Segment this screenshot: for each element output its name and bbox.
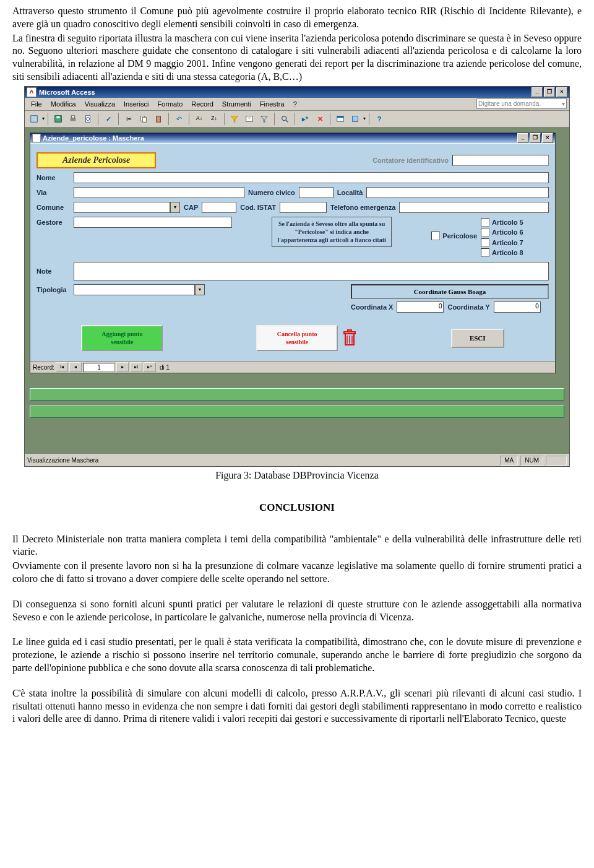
svg-line-16	[286, 120, 288, 123]
istat-field[interactable]	[280, 202, 327, 213]
seveso-note: Se l'azienda è Seveso oltre alla spunta …	[272, 217, 392, 247]
tel-field[interactable]	[399, 202, 549, 213]
preview-button[interactable]	[81, 112, 95, 126]
menu-help[interactable]: ?	[290, 98, 301, 110]
spell-button[interactable]: ✓	[101, 112, 115, 126]
coordx-field[interactable]: 0	[397, 302, 444, 313]
svg-marker-11	[231, 116, 238, 122]
art6-checkbox[interactable]	[481, 228, 489, 237]
apply-filter-button[interactable]	[257, 112, 271, 126]
art8-label: Articolo 8	[492, 248, 523, 257]
conclusion-p1: Il Decreto Ministeriale non tratta manie…	[12, 533, 582, 559]
conclusion-p3: Di conseguenza si sono forniti alcuni sp…	[12, 598, 582, 624]
delete-point-button[interactable]: Cancella punto sensibile	[256, 325, 338, 351]
intro-paragraph-1: Attraverso questo strumento il Comune pu…	[12, 5, 582, 31]
bg-panel-1	[30, 388, 564, 401]
pericolose-checkbox[interactable]	[431, 232, 440, 240]
delete-record-button[interactable]: ✕	[313, 112, 327, 126]
filter-form-button[interactable]	[243, 112, 256, 126]
new-object-button[interactable]	[348, 112, 362, 126]
gestore-field[interactable]	[74, 217, 232, 228]
tipologia-dropdown[interactable]: ▾	[74, 284, 205, 295]
via-field[interactable]	[74, 187, 244, 198]
localita-label: Località	[337, 188, 363, 197]
conclusion-p5: C'è stata inoltre la possibilità di simu…	[12, 687, 582, 726]
svg-point-15	[282, 116, 286, 120]
mdi-area: Aziende_pericolose : Maschera _ ❐ × Azie…	[25, 128, 569, 454]
art7-checkbox[interactable]	[481, 238, 489, 247]
record-position[interactable]: 1	[83, 363, 115, 372]
nome-field[interactable]	[74, 172, 549, 183]
comune-dropdown[interactable]: ▾	[74, 202, 180, 213]
paste-button[interactable]	[152, 112, 165, 126]
trash-icon	[342, 329, 358, 347]
conclusion-p2: Ovviamente con il presente lavoro non si…	[12, 560, 582, 586]
find-button[interactable]	[278, 112, 291, 126]
localita-field[interactable]	[366, 187, 549, 198]
art8-checkbox[interactable]	[481, 248, 489, 257]
form-close-button[interactable]: ×	[542, 133, 553, 143]
svg-marker-14	[261, 116, 268, 122]
menu-modifica[interactable]: Modifica	[47, 98, 80, 110]
art5-checkbox[interactable]	[481, 218, 489, 227]
contatore-label: Contatore identificativo	[372, 156, 449, 165]
menu-inserisci[interactable]: Inserisci	[120, 98, 152, 110]
bg-panel-2	[30, 406, 564, 418]
svg-rect-2	[56, 116, 59, 118]
access-appicon: A	[27, 87, 37, 97]
add-point-button[interactable]: Aggiungi punto sensibile	[81, 325, 163, 351]
form-window-icon	[32, 134, 41, 142]
ask-question-box[interactable]: Digitare una domanda. ▾	[476, 98, 567, 109]
gauss-panel: Coordinate Gauss Boaga	[351, 284, 549, 299]
menu-strumenti[interactable]: Strumenti	[218, 98, 255, 110]
undo-button[interactable]: ↶	[172, 112, 186, 126]
conclusion-heading: CONCLUSIONI	[12, 501, 582, 514]
form-minimize-button[interactable]: _	[517, 133, 528, 143]
record-last-button[interactable]: ▸I	[130, 362, 142, 372]
menu-record[interactable]: Record	[187, 98, 217, 110]
main-title: Microsoft Access	[39, 88, 529, 97]
menu-visualizza[interactable]: Visualizza	[81, 98, 119, 110]
filter-selection-button[interactable]	[228, 112, 241, 126]
record-of-label: di 1	[160, 363, 170, 371]
menu-finestra[interactable]: Finestra	[256, 98, 288, 110]
record-first-button[interactable]: I◂	[56, 362, 68, 372]
status-empty	[546, 456, 567, 466]
save-button[interactable]	[51, 112, 65, 126]
restore-button[interactable]: ❐	[544, 87, 555, 97]
menu-file[interactable]: File	[27, 98, 46, 110]
record-new-button[interactable]: ▸*	[144, 362, 156, 372]
form-title-text: Aziende_pericolose : Maschera	[43, 134, 144, 142]
svg-rect-10	[157, 116, 160, 118]
note-field[interactable]	[74, 262, 549, 280]
sort-asc-button[interactable]: A↓	[192, 112, 206, 126]
coordy-field[interactable]: 0	[494, 302, 541, 313]
art6-label: Articolo 6	[492, 228, 523, 237]
numciv-field[interactable]	[299, 187, 334, 198]
svg-rect-18	[337, 116, 344, 118]
record-prev-button[interactable]: ◂	[69, 362, 82, 372]
nome-label: Nome	[37, 173, 70, 182]
close-button[interactable]: ×	[556, 87, 567, 97]
tipologia-label: Tipologia	[37, 285, 70, 294]
view-button[interactable]	[27, 112, 41, 126]
pericolose-label: Pericolose	[442, 232, 477, 240]
istat-label: Cod. ISTAT	[240, 203, 276, 212]
cut-button[interactable]: ✂	[122, 112, 136, 126]
form-restore-button[interactable]: ❐	[530, 133, 541, 143]
help-button[interactable]: ?	[372, 112, 386, 126]
cap-field[interactable]	[202, 202, 236, 213]
sort-desc-button[interactable]: Z↓	[207, 112, 221, 126]
copy-button[interactable]	[137, 112, 150, 126]
print-button[interactable]	[66, 112, 80, 126]
gestore-label: Gestore	[37, 218, 70, 227]
exit-button[interactable]: ESCI	[451, 329, 504, 347]
contatore-field[interactable]	[452, 155, 549, 166]
main-titlebar: A Microsoft Access _ ❐ ×	[25, 87, 569, 98]
minimize-button[interactable]: _	[532, 87, 543, 97]
new-record-button[interactable]: ▸*	[298, 112, 312, 126]
coordy-label: Coordinata Y	[447, 303, 489, 311]
db-window-button[interactable]	[334, 112, 347, 126]
menu-formato[interactable]: Formato	[153, 98, 186, 110]
record-next-button[interactable]: ▸	[116, 362, 129, 372]
